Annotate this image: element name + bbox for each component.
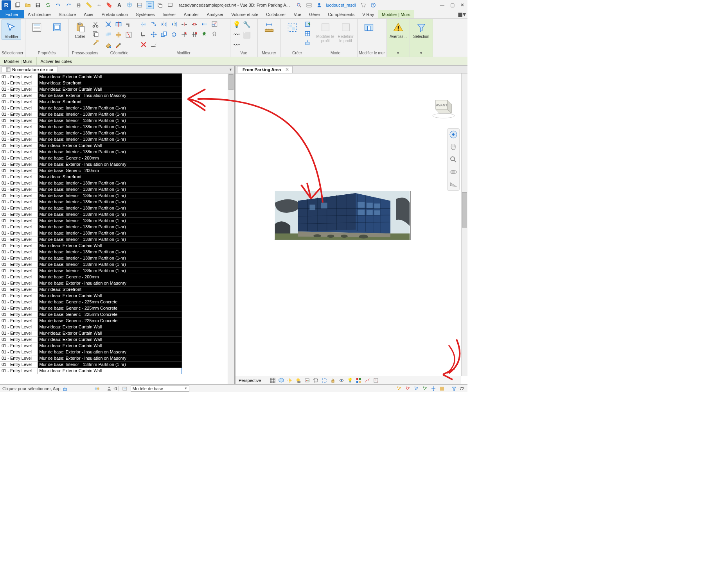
cell-level[interactable]: 01 - Entry Level [0,267,38,274]
ribbon-toggle-icon[interactable]: ◼▾ [456,10,467,18]
reveal-constraints-icon[interactable] [373,377,379,384]
qat-text-icon[interactable]: A [115,1,123,9]
cell-type[interactable]: Mur de base: Interior - 138mm Partition … [38,111,182,117]
create-part-icon[interactable] [303,29,312,38]
cell-level[interactable]: 01 - Entry Level [0,92,38,99]
cell-type[interactable]: Mur de base: Generic - 200mm [38,167,182,174]
tab-vue[interactable]: Vue [290,10,305,18]
cell-type[interactable]: Mur de base: Interior - 138mm Partition … [38,192,182,199]
override-icon[interactable]: 🔧 [243,20,251,29]
sb-press-drag-icon[interactable] [61,385,68,392]
cell-type[interactable]: Mur de base: Interior - 138mm Partition … [38,180,182,186]
qat-print-icon[interactable] [75,1,83,9]
table-row[interactable]: 01 - Entry LevelMur de base: Interior - … [0,236,182,242]
cell-type[interactable]: Mur-rideau: Exterior Curtain Wall [38,324,182,330]
pan-icon[interactable] [449,143,458,151]
cell-type[interactable]: Mur-rideau: Exterior Curtain Wall [38,368,182,374]
cell-type[interactable]: Mur de base: Interior - 138mm Partition … [38,117,182,124]
table-row[interactable]: 01 - Entry LevelMur de base: Interior - … [0,124,182,130]
maximize-button[interactable]: ▢ [447,1,457,9]
cell-type[interactable]: Mur de base: Exterior - Insulation on Ma… [38,355,182,361]
cell-level[interactable]: 01 - Entry Level [0,180,38,186]
cell-level[interactable]: 01 - Entry Level [0,361,38,368]
qat-switch-win-icon[interactable] [166,1,174,9]
table-row[interactable]: 01 - Entry LevelMur de base: Interior - … [0,149,182,155]
tab-vray[interactable]: V-Ray [358,10,378,18]
cell-level[interactable]: 01 - Entry Level [0,292,38,299]
qat-open-icon[interactable] [24,1,32,9]
tab-annoter[interactable]: Annoter [180,10,203,18]
cell-type[interactable]: Mur de base: Interior - 138mm Partition … [38,124,182,130]
tab-inserer[interactable]: Insérer [159,10,180,18]
cell-type[interactable]: Mur de base: Interior - 138mm Partition … [38,267,182,274]
table-row[interactable]: 01 - Entry LevelMur de base: Interior - … [0,117,182,124]
qat-undo-icon[interactable] [54,1,62,9]
sb-select-underlay-icon[interactable] [404,385,411,392]
cell-level[interactable]: 01 - Entry Level [0,280,38,286]
tab-complements[interactable]: Compléments [324,10,358,18]
table-row[interactable]: 01 - Entry LevelMur de base: Interior - … [0,361,182,368]
cell-level[interactable]: 01 - Entry Level [0,199,38,205]
cell-type[interactable]: Mur-rideau: Exterior Curtain Wall [38,142,182,149]
analytical-icon[interactable] [364,377,370,384]
search-icon[interactable] [295,1,303,9]
delete-icon[interactable] [139,40,148,49]
cell-type[interactable]: Mur-rideau: Storefront [38,99,182,105]
cell-level[interactable]: 01 - Entry Level [0,192,38,199]
sb-active-ws-icon[interactable] [121,385,128,392]
revit-logo-icon[interactable]: R [2,0,11,10]
cell-type[interactable]: Mur de base: Interior - 138mm Partition … [38,130,182,136]
table-row[interactable]: 01 - Entry LevelMur de base: Exterior - … [0,280,182,286]
cell-level[interactable]: 01 - Entry Level [0,230,38,236]
cell-type[interactable]: Mur-rideau: Storefront [38,80,182,86]
create-similar-icon[interactable] [303,20,312,29]
table-row[interactable]: 01 - Entry LevelMur-rideau: Exterior Cur… [0,336,182,342]
table-row[interactable]: 01 - Entry LevelMur-rideau: Exterior Cur… [0,324,182,330]
table-row[interactable]: 01 - Entry LevelMur de base: Exterior - … [0,349,182,355]
cell-level[interactable]: 01 - Entry Level [0,186,38,192]
cell-type[interactable]: Mur de base: Exterior - Insulation on Ma… [38,161,182,167]
cell-type[interactable]: Mur de base: Interior - 138mm Partition … [38,361,182,368]
scale-icon[interactable] [210,20,219,29]
mirror-axis-icon[interactable] [160,20,168,29]
table-row[interactable]: 01 - Entry LevelMur de base: Interior - … [0,249,182,255]
table-row[interactable]: 01 - Entry LevelMur de base: Interior - … [0,180,182,186]
sb-person-icon[interactable] [106,385,113,392]
tab-analyser[interactable]: Analyser [203,10,227,18]
align-icon[interactable] [139,20,148,29]
cart-icon[interactable] [359,1,367,9]
table-row[interactable]: 01 - Entry LevelMur-rideau: Storefront [0,80,182,86]
table-row[interactable]: 01 - Entry LevelMur de base: Interior - … [0,199,182,205]
visual-style-icon[interactable] [278,377,284,384]
cell-level[interactable]: 01 - Entry Level [0,274,38,280]
cell-type[interactable]: Mur-rideau: Exterior Curtain Wall [38,74,182,80]
user-icon[interactable] [315,1,323,9]
cell-type[interactable]: Mur de base: Interior - 138mm Partition … [38,230,182,236]
view-tab-close-icon[interactable]: ✕ [285,67,289,72]
paint-icon[interactable] [104,41,113,50]
schedule-drop-icon[interactable]: ▼ [229,68,232,72]
table-row[interactable]: 01 - Entry LevelMur de base: Interior - … [0,267,182,274]
move-icon[interactable] [149,30,158,39]
cell-type[interactable]: Mur de base: Generic - 225mm Concrete [38,317,182,324]
user-name[interactable]: lucdoucet_msdl [326,3,356,7]
opt-activate-dims[interactable]: Activer les cotes [37,57,76,65]
panel-sel-drop[interactable]: ▾ [412,50,431,57]
table-row[interactable]: 01 - Entry LevelMur de base: Generic - 2… [0,311,182,317]
tab-prefab[interactable]: Préfabrication [97,10,132,18]
cell-level[interactable]: 01 - Entry Level [0,224,38,230]
wall-opening-button[interactable] [359,20,379,34]
table-row[interactable]: 01 - Entry LevelMur de base: Interior - … [0,205,182,211]
cell-level[interactable]: 01 - Entry Level [0,317,38,324]
table-row[interactable]: 01 - Entry LevelMur de base: Interior - … [0,111,182,117]
offset-icon[interactable] [149,20,158,29]
tab-modifier-murs[interactable]: Modifier | Murs [378,10,414,18]
copy-mod-icon[interactable] [160,30,168,39]
qat-tag-icon[interactable]: 🔖 [105,1,113,9]
table-row[interactable]: 01 - Entry LevelMur de base: Exterior - … [0,355,182,361]
cell-type[interactable]: Mur-rideau: Exterior Curtain Wall [38,336,182,342]
type-props-button[interactable] [47,20,67,34]
sb-worksets-icon[interactable] [93,385,101,392]
view-tab[interactable]: From Parking Area ✕ [237,66,293,73]
table-row[interactable]: 01 - Entry LevelMur-rideau: Exterior Cur… [0,330,182,336]
